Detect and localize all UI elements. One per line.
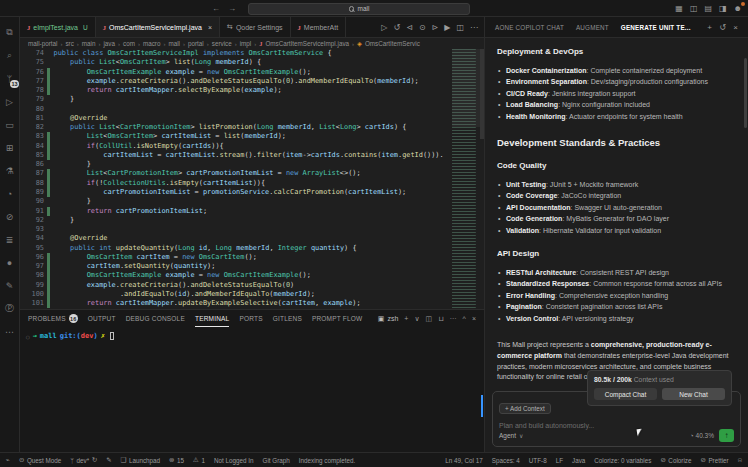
- timeline-icon[interactable]: ◔: [0, 182, 20, 205]
- colorize-toggle[interactable]: ⊘Colorize: [660, 456, 691, 464]
- more-views-icon[interactable]: ⋯: [0, 320, 20, 343]
- account-icon[interactable]: ☻: [734, 4, 742, 13]
- layers-icon[interactable]: ≣: [0, 228, 20, 251]
- maximize-panel-icon[interactable]: ^: [463, 315, 466, 322]
- remote-explorer-icon[interactable]: ▭: [0, 113, 20, 136]
- coverage-icon[interactable]: ⊘: [0, 205, 20, 228]
- breadcrumb-file[interactable]: OmsCartItemServiceImpl.java: [265, 40, 349, 47]
- terminal-shell-item[interactable]: ▣zsh: [378, 315, 399, 323]
- terminal-dropdown-icon[interactable]: ∨: [414, 315, 419, 323]
- nav-back-icon[interactable]: ←: [212, 4, 220, 13]
- prompt-flow-icon[interactable]: Ⓟ: [0, 297, 20, 320]
- search-icon[interactable]: ⌕: [0, 44, 20, 67]
- editor-tab[interactable]: JeImplTest.javaU: [20, 17, 96, 37]
- split-terminal-icon[interactable]: ◫: [426, 315, 433, 323]
- breadcrumb-item[interactable]: mall-portal: [28, 40, 57, 47]
- new-chat-button[interactable]: New Chat: [662, 388, 725, 400]
- new-terminal-icon[interactable]: +: [404, 315, 408, 322]
- chat-scrollbar[interactable]: [744, 58, 747, 128]
- toggle-primary-sidebar-icon[interactable]: ◫: [690, 4, 698, 13]
- kill-terminal-icon[interactable]: ⊔: [438, 315, 443, 323]
- close-panel-icon[interactable]: ×: [472, 315, 476, 322]
- launchpad[interactable]: ❑Launchpad: [121, 456, 161, 464]
- terminal-scrollbar[interactable]: [481, 395, 484, 417]
- edit-icon[interactable]: ✎: [106, 456, 111, 464]
- notebook-edit-icon[interactable]: ✎: [0, 274, 20, 297]
- step-forward-icon[interactable]: ⊳: [432, 23, 439, 32]
- breadcrumb-item[interactable]: impl: [240, 40, 252, 47]
- run-debug-icon[interactable]: ▷: [0, 90, 20, 113]
- run-file-icon[interactable]: ▷: [381, 23, 387, 32]
- git-graph[interactable]: Git Graph: [262, 457, 289, 464]
- customize-layout-icon[interactable]: ▦: [675, 4, 683, 13]
- send-button[interactable]: ↑: [719, 429, 734, 442]
- errors[interactable]: ⊗15: [169, 456, 184, 464]
- editor-tab[interactable]: JMemberAtt: [291, 17, 346, 37]
- nav-forward-icon[interactable]: →: [228, 4, 236, 13]
- breadcrumb-item[interactable]: com: [123, 40, 135, 47]
- split-editor-icon[interactable]: ◫: [456, 23, 464, 32]
- compact-chat-button[interactable]: Compact Chat: [594, 388, 657, 400]
- toggle-panel-icon[interactable]: ▤: [704, 4, 712, 13]
- breadcrumb-item[interactable]: main: [82, 40, 96, 47]
- more-icon[interactable]: ⋯: [450, 315, 457, 323]
- history-icon[interactable]: ↺: [393, 23, 400, 32]
- code-editor[interactable]: 74public class OmsCartItemServiceImpl im…: [20, 49, 484, 309]
- git-branch[interactable]: ᛘdev*↻: [70, 456, 97, 464]
- breadcrumb-item[interactable]: portal: [188, 40, 204, 47]
- close-chat-icon[interactable]: ×: [733, 23, 738, 32]
- extensions-icon[interactable]: ⊞: [0, 136, 20, 159]
- terminal[interactable]: ○→mallgit:(dev)✗: [20, 327, 484, 452]
- notifications-bell[interactable]: ⍾: [738, 456, 742, 464]
- step-back-icon[interactable]: ⊲: [406, 23, 413, 32]
- agent-mode-selector[interactable]: Agent ∨: [499, 432, 523, 439]
- panel-tab-problems[interactable]: PROBLEMS16: [28, 310, 78, 327]
- panel-tab-debug-console[interactable]: DEBUG CONSOLE: [126, 310, 185, 327]
- breadcrumb-item[interactable]: mall: [168, 40, 180, 47]
- indentation[interactable]: Spaces: 4: [492, 457, 520, 464]
- command-center-search[interactable]: mall: [248, 3, 470, 15]
- chat-input[interactable]: Plan and build autonomously...: [499, 422, 734, 429]
- breadcrumb-item[interactable]: service: [212, 40, 232, 47]
- toggle-secondary-sidebar-icon[interactable]: ◨: [719, 4, 727, 13]
- editor-tab[interactable]: ⇆Qoder Settings: [220, 17, 291, 37]
- add-context-button[interactable]: + Add Context: [499, 403, 551, 414]
- remote-icon[interactable]: ⌁: [6, 456, 10, 464]
- chat-tab-aone-copilot-chat[interactable]: AONE COPILOT CHAT: [495, 24, 564, 31]
- login-status[interactable]: Not Logged In: [214, 457, 254, 464]
- more-actions-icon[interactable]: ⋯: [470, 23, 478, 32]
- chat-tab-generate-unit-te-[interactable]: GENERATE UNIT TE...: [621, 24, 691, 31]
- panel-tab-gitlens[interactable]: GITLENS: [273, 310, 302, 327]
- chat-history-icon[interactable]: ↺: [719, 23, 726, 32]
- minimap[interactable]: [452, 49, 480, 309]
- panel-tab-output[interactable]: OUTPUT: [88, 310, 116, 327]
- editor-tab[interactable]: JOmsCartItemServiceImpl.java×: [96, 17, 220, 37]
- breadcrumb-item[interactable]: java: [103, 40, 115, 47]
- cursor-position[interactable]: Ln 49, Col 17: [445, 457, 482, 464]
- docker-icon[interactable]: ●: [0, 251, 20, 274]
- prettier-toggle[interactable]: ⊘Prettier: [700, 456, 728, 464]
- eol[interactable]: LF: [556, 457, 563, 464]
- close-tab-icon[interactable]: ×: [208, 24, 212, 31]
- record-icon[interactable]: ⊙: [419, 23, 426, 32]
- indexing-status[interactable]: Indexing completed.: [299, 457, 355, 464]
- panel-tab-prompt-flow[interactable]: PROMPT FLOW: [312, 310, 362, 327]
- colorize-variables[interactable]: Colorize: 0 variables: [594, 457, 651, 464]
- explorer-icon[interactable]: ⧉: [0, 21, 20, 44]
- breadcrumb-item[interactable]: src: [65, 40, 73, 47]
- source-control-icon[interactable]: ᛘ13: [0, 67, 20, 90]
- testing-icon[interactable]: ⚗: [0, 159, 20, 182]
- breadcrumb-item[interactable]: macro: [143, 40, 161, 47]
- chat-composer[interactable]: + Add Context Plan and build autonomousl…: [492, 391, 741, 447]
- new-chat-icon[interactable]: +: [707, 23, 712, 32]
- warnings[interactable]: ⚠1: [193, 456, 205, 464]
- panel-tab-terminal[interactable]: TERMINAL: [195, 310, 229, 327]
- run-all-icon[interactable]: ▶: [444, 23, 450, 32]
- minimap-viewport[interactable]: [452, 49, 480, 127]
- breadcrumb-symbol[interactable]: OmsCartItemServic: [365, 40, 420, 47]
- chat-tab-augment[interactable]: AUGMENT: [576, 24, 609, 31]
- encoding[interactable]: UTF-8: [529, 457, 547, 464]
- panel-tab-ports[interactable]: PORTS: [239, 310, 262, 327]
- quest-mode[interactable]: ⊙Quest Mode: [19, 456, 61, 464]
- language-mode[interactable]: Java: [572, 457, 585, 464]
